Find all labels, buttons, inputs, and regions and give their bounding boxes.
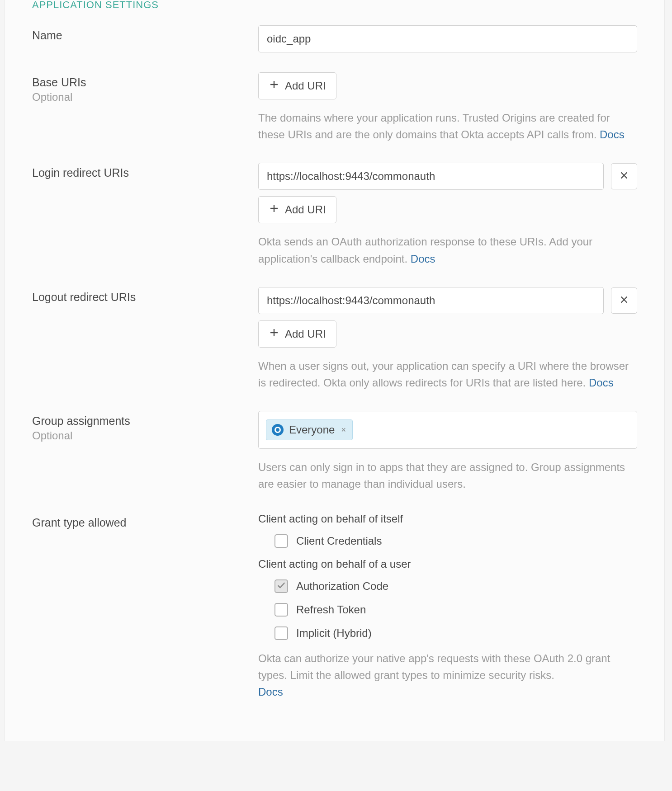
section-title: APPLICATION SETTINGS <box>32 0 637 10</box>
help-login-redirect: Okta sends an OAuth authorization respon… <box>258 233 637 267</box>
logout-redirect-uri-input[interactable] <box>258 287 604 314</box>
group-tag-label: Everyone <box>289 424 335 436</box>
label-grant-type: Grant type allowed <box>32 516 258 529</box>
plus-icon <box>269 203 279 217</box>
label-implicit: Implicit (Hybrid) <box>296 627 372 640</box>
help-group-assignments: Users can only sign in to apps that they… <box>258 459 637 492</box>
label-group-assignments: Group assignments <box>32 414 258 428</box>
application-settings-panel: APPLICATION SETTINGS Name Base URIs Opti… <box>5 0 665 741</box>
plus-icon <box>269 79 279 93</box>
grant-self-heading: Client acting on behalf of itself <box>258 513 637 525</box>
grant-user-heading: Client acting on behalf of a user <box>258 558 637 570</box>
row-name: Name <box>32 25 637 52</box>
row-group-assignments: Group assignments Optional Everyone × Us… <box>32 411 637 492</box>
add-uri-label: Add URI <box>285 328 326 340</box>
label-name: Name <box>32 29 258 42</box>
group-tag-everyone: Everyone × <box>266 419 353 440</box>
login-redirect-uri-input[interactable] <box>258 163 604 190</box>
docs-link[interactable]: Docs <box>589 377 614 389</box>
group-assignments-input[interactable]: Everyone × <box>258 411 637 449</box>
remove-tag-button[interactable]: × <box>340 425 347 435</box>
row-login-redirect: Login redirect URIs Add URI Okta sends a… <box>32 163 637 267</box>
add-base-uri-button[interactable]: Add URI <box>258 72 336 99</box>
checkbox-refresh-token[interactable] <box>274 603 288 617</box>
add-uri-label: Add URI <box>285 203 326 216</box>
name-input[interactable] <box>258 25 637 52</box>
label-authorization-code: Authorization Code <box>296 580 388 593</box>
remove-logout-uri-button[interactable] <box>611 287 637 314</box>
remove-login-uri-button[interactable] <box>611 163 637 189</box>
check-row-implicit: Implicit (Hybrid) <box>274 626 637 640</box>
label-optional: Optional <box>32 429 258 442</box>
label-refresh-token: Refresh Token <box>296 603 366 616</box>
label-base-uris: Base URIs <box>32 76 258 89</box>
checkbox-authorization-code[interactable] <box>274 579 288 593</box>
check-icon <box>277 581 286 592</box>
close-icon <box>619 295 629 306</box>
docs-link[interactable]: Docs <box>600 128 625 141</box>
help-base-uris: The domains where your application runs.… <box>258 109 637 143</box>
login-redirect-uri-row <box>258 163 637 190</box>
add-login-uri-button[interactable]: Add URI <box>258 196 336 223</box>
docs-link[interactable]: Docs <box>411 253 435 265</box>
check-row-authorization-code: Authorization Code <box>274 579 637 593</box>
docs-link[interactable]: Docs <box>258 686 283 698</box>
group-icon <box>272 424 284 436</box>
help-grant-types: Okta can authorize your native app's req… <box>258 650 637 701</box>
row-logout-redirect: Logout redirect URIs Add URI When a user… <box>32 287 637 391</box>
label-logout-redirect: Logout redirect URIs <box>32 291 258 304</box>
check-row-refresh-token: Refresh Token <box>274 603 637 617</box>
add-uri-label: Add URI <box>285 80 326 92</box>
row-grant-type: Grant type allowed Client acting on beha… <box>32 513 637 701</box>
label-optional: Optional <box>32 91 258 104</box>
logout-redirect-uri-row <box>258 287 637 314</box>
label-client-credentials: Client Credentials <box>296 535 382 547</box>
checkbox-client-credentials[interactable] <box>274 534 288 548</box>
help-logout-redirect: When a user signs out, your application … <box>258 358 637 391</box>
add-logout-uri-button[interactable]: Add URI <box>258 320 336 348</box>
plus-icon <box>269 327 279 341</box>
check-row-client-credentials: Client Credentials <box>274 534 637 548</box>
close-icon <box>619 170 629 182</box>
row-base-uris: Base URIs Optional Add URI The domains w… <box>32 72 637 143</box>
label-login-redirect: Login redirect URIs <box>32 166 258 179</box>
checkbox-implicit[interactable] <box>274 626 288 640</box>
